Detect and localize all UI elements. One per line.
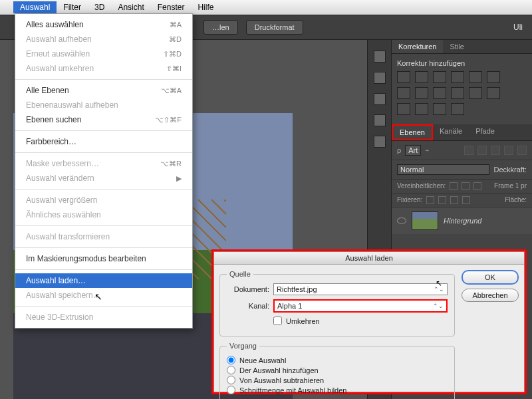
adj-icon[interactable] [451, 71, 464, 83]
mi-maskierungsmodus[interactable]: Im Maskierungsmodus bearbeiten [15, 251, 192, 266]
adj-icon[interactable] [433, 103, 446, 115]
radio-hinzufuegen[interactable] [227, 366, 235, 374]
radio-subtrahieren[interactable] [227, 376, 235, 384]
adj-icon[interactable] [397, 71, 410, 83]
filter-shape-icon[interactable] [504, 146, 513, 155]
legend-vorgang: Vorgang [227, 342, 259, 350]
legend-quelle: Quelle [227, 270, 253, 278]
tab-pfade[interactable]: Pfade [469, 124, 501, 140]
mi-auswahl-speichern: Auswahl speichern… [15, 288, 192, 303]
panel-ebenen-tabs: Ebenen Kanäle Pfade [392, 124, 532, 141]
layer-name: Hintergrund [444, 217, 481, 225]
layer-kind-select[interactable]: Art [405, 145, 421, 156]
menubar: Auswahl Filter 3D Ansicht Fenster Hilfe [0, 0, 532, 15]
mi-ebenenauswahl-aufheben: Ebenenauswahl aufheben [15, 98, 192, 112]
label-kanal: Kanal: [227, 302, 269, 310]
adj-icon[interactable] [397, 103, 410, 115]
strip-icon[interactable] [374, 51, 386, 63]
menu-hilfe[interactable]: Hilfe [191, 1, 220, 13]
fieldset-vorgang: Vorgang Neue Auswahl Der Auswahl hinzufü… [219, 342, 455, 399]
mi-alle-ebenen[interactable]: Alle Ebenen⌥⌘A [15, 83, 192, 98]
menu-3d[interactable]: 3D [88, 1, 111, 13]
cancel-button[interactable]: Abbrechen [462, 289, 519, 302]
lock-icon[interactable] [450, 196, 458, 204]
strip-icon[interactable] [374, 114, 386, 126]
unify-icon[interactable] [473, 182, 481, 190]
blend-mode-select[interactable]: Normal [397, 164, 489, 175]
lock-label: Fixieren: [397, 196, 422, 204]
adj-icon[interactable] [451, 87, 464, 99]
select-dokument[interactable]: Richtfest.jpg⌃⌄ [273, 283, 448, 295]
mi-neue-3d-extrusion: Neue 3D-Extrusion [15, 310, 192, 325]
adj-icon[interactable] [451, 103, 464, 115]
label-subtrahieren: Von Auswahl subtrahieren [239, 376, 324, 384]
panel-ebenen-body: ρ Art ÷ Normal Deckkraft: Vereinheitlich… [392, 141, 532, 234]
menu-fenster[interactable]: Fenster [151, 1, 192, 13]
unify-label: Vereinheitlichen: [397, 182, 446, 190]
mi-farbbereich[interactable]: Farbbereich… [15, 134, 192, 149]
panel-korrekturen-tabs: Korrekturen Stile [392, 40, 532, 54]
mi-auswahl-umkehren: Auswahl umkehren⇧⌘I [15, 61, 192, 76]
toolbar-button-1[interactable]: …len [203, 20, 238, 35]
lock-icon[interactable] [426, 196, 434, 204]
lock-icon[interactable] [438, 196, 446, 204]
unify-icon[interactable] [450, 182, 458, 190]
mi-auswahl-laden[interactable]: Auswahl laden… [15, 273, 192, 288]
user-label: Uli [513, 23, 523, 32]
filter-text-icon[interactable] [491, 146, 500, 155]
mi-ebenen-suchen[interactable]: Ebenen suchen⌥⇧⌘F [15, 112, 192, 127]
checkbox-umkehren[interactable] [273, 317, 282, 325]
adj-icon[interactable] [415, 103, 428, 115]
layer-row[interactable]: Hintergrund [392, 207, 532, 234]
filter-image-icon[interactable] [464, 146, 473, 155]
mi-maske-verbessern: Maske verbessern…⌥⌘R [15, 156, 192, 171]
radio-neue-auswahl[interactable] [227, 356, 235, 364]
frame-label: Frame 1 pr [494, 182, 527, 190]
dialog-auswahl-laden-highlight: Auswahl laden Quelle Dokument: Richtfest… [211, 249, 527, 394]
adj-icon[interactable] [469, 87, 482, 99]
menu-auswahl-dropdown: Alles auswählen⌘A Auswahl aufheben⌘D Ern… [15, 13, 193, 329]
menu-filter[interactable]: Filter [57, 1, 88, 13]
select-kanal[interactable]: Alpha 1⌃⌄ [273, 299, 448, 313]
eye-icon[interactable] [397, 217, 406, 224]
strip-icon[interactable] [374, 72, 386, 84]
tab-kanaele[interactable]: Kanäle [433, 124, 469, 140]
fill-label: Fläche: [505, 196, 527, 204]
menu-auswahl[interactable]: Auswahl [13, 1, 57, 13]
mi-alles-auswaehlen[interactable]: Alles auswählen⌘A [15, 17, 192, 32]
adj-icon[interactable] [433, 87, 446, 99]
dialog-auswahl-laden: Auswahl laden Quelle Dokument: Richtfest… [213, 251, 525, 392]
label-hinzufuegen: Der Auswahl hinzufügen [239, 366, 319, 374]
opacity-label: Deckkraft: [493, 166, 527, 174]
tab-stile[interactable]: Stile [443, 40, 470, 53]
panel-korrekturen-body: Korrektur hinzufügen [392, 54, 532, 124]
mi-auswahl-vergroessern: Auswahl vergrößern [15, 193, 192, 207]
adj-icon[interactable] [433, 71, 446, 83]
toolbar-button-druckformat[interactable]: Druckformat [246, 20, 303, 35]
adj-icon[interactable] [487, 87, 500, 99]
unify-icon[interactable] [462, 182, 469, 190]
strip-icon[interactable] [374, 136, 386, 148]
tab-ebenen[interactable]: Ebenen [392, 124, 433, 140]
label-schnittmenge: Schnittmenge mit Auswahl bilden [239, 386, 346, 394]
tab-korrekturen[interactable]: Korrekturen [392, 40, 443, 53]
radio-schnittmenge[interactable] [227, 386, 235, 394]
mi-auswahl-veraendern: Auswahl verändern▶ [15, 171, 192, 186]
filter-smart-icon[interactable] [517, 146, 527, 155]
adj-icon[interactable] [397, 87, 410, 99]
strip-icon[interactable] [374, 93, 386, 105]
layer-thumb [412, 211, 438, 230]
adj-icon[interactable] [415, 71, 428, 83]
adj-icon[interactable] [415, 87, 428, 99]
adj-icon[interactable] [487, 71, 500, 83]
mi-auswahl-transformieren: Auswahl transformieren [15, 229, 192, 244]
mi-aehnliches-auswaehlen: Ähnliches auswählen [15, 207, 192, 222]
lock-icon[interactable] [462, 196, 470, 204]
cursor-icon: ↖ [436, 279, 442, 288]
adj-icon[interactable] [469, 71, 482, 83]
menu-ansicht[interactable]: Ansicht [111, 1, 150, 13]
filter-adjust-icon[interactable] [477, 146, 487, 155]
label-dokument: Dokument: [227, 285, 269, 293]
fieldset-quelle: Quelle Dokument: Richtfest.jpg⌃⌄ Kanal: … [219, 270, 455, 336]
ok-button[interactable]: OK [462, 270, 519, 285]
